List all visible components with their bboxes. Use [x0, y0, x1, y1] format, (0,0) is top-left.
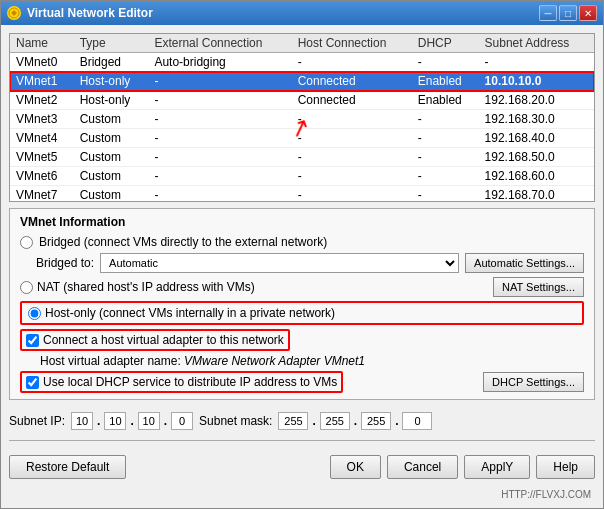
- col-external: External Connection: [148, 34, 291, 53]
- ip-dot-3: .: [164, 414, 167, 428]
- bridged-radio[interactable]: [20, 236, 33, 249]
- minimize-button[interactable]: ─: [539, 5, 557, 21]
- table-cell: 192.168.40.0: [479, 129, 594, 148]
- subnet-row: Subnet IP: . . . Subnet mask: . . .: [9, 412, 595, 430]
- table-row[interactable]: VMnet3Custom---192.168.30.0: [10, 110, 594, 129]
- host-only-radio-row: Host-only (connect VMs internally in a p…: [20, 301, 584, 325]
- nat-label: NAT (shared host's IP address with VMs): [37, 280, 255, 294]
- table-cell: VMnet5: [10, 148, 74, 167]
- host-only-radio[interactable]: [28, 307, 41, 320]
- apply-button[interactable]: ApplY: [464, 455, 530, 479]
- table-cell: Custom: [74, 148, 149, 167]
- table-cell: Custom: [74, 186, 149, 203]
- table-cell: 192.168.70.0: [479, 186, 594, 203]
- table-cell: Connected: [292, 72, 412, 91]
- mask-dot-2: .: [354, 414, 357, 428]
- table-row[interactable]: VMnet5Custom---192.168.50.0: [10, 148, 594, 167]
- app-icon: [7, 6, 21, 20]
- table-cell: Connected: [292, 91, 412, 110]
- connect-adapter-checkbox[interactable]: [26, 334, 39, 347]
- subnet-mask-1[interactable]: [278, 412, 308, 430]
- bridged-to-row: Bridged to: Automatic Automatic Settings…: [36, 253, 584, 273]
- table-cell: 10.10.10.0: [479, 72, 594, 91]
- automatic-settings-button[interactable]: Automatic Settings...: [465, 253, 584, 273]
- table-cell: -: [148, 167, 291, 186]
- table-cell: VMnet1: [10, 72, 74, 91]
- bridged-to-dropdown[interactable]: Automatic: [100, 253, 459, 273]
- table-row[interactable]: VMnet1Host-only-ConnectedEnabled10.10.10…: [10, 72, 594, 91]
- table-row[interactable]: VMnet6Custom---192.168.60.0: [10, 167, 594, 186]
- table-cell: -: [292, 110, 412, 129]
- maximize-button[interactable]: □: [559, 5, 577, 21]
- table-cell: -: [148, 110, 291, 129]
- dhcp-checkbox-group: Use local DHCP service to distribute IP …: [20, 371, 343, 393]
- col-dhcp: DHCP: [412, 34, 479, 53]
- help-button[interactable]: Help: [536, 455, 595, 479]
- title-bar-left: Virtual Network Editor: [7, 6, 153, 20]
- main-content: Name Type External Connection Host Conne…: [1, 25, 603, 508]
- subnet-mask-4[interactable]: [402, 412, 432, 430]
- table-row[interactable]: VMnet0BridgedAuto-bridging---: [10, 53, 594, 72]
- table-cell: VMnet4: [10, 129, 74, 148]
- adapter-name-row: Host virtual adapter name: VMware Networ…: [40, 354, 584, 368]
- ok-button[interactable]: OK: [330, 455, 381, 479]
- table-cell: Custom: [74, 167, 149, 186]
- subnet-mask-2[interactable]: [320, 412, 350, 430]
- network-table-container[interactable]: Name Type External Connection Host Conne…: [9, 33, 595, 202]
- window-controls: ─ □ ✕: [539, 5, 597, 21]
- table-cell: Enabled: [412, 72, 479, 91]
- table-cell: 192.168.20.0: [479, 91, 594, 110]
- subnet-mask-3[interactable]: [361, 412, 391, 430]
- table-cell: -: [148, 91, 291, 110]
- subnet-ip-4[interactable]: [171, 412, 193, 430]
- table-cell: -: [292, 167, 412, 186]
- connect-adapter-checkbox-group: Connect a host virtual adapter to this n…: [20, 329, 290, 351]
- watermark: HTTP://FLVXJ.COM: [9, 489, 595, 500]
- dhcp-checkbox[interactable]: [26, 376, 39, 389]
- nat-settings-button[interactable]: NAT Settings...: [493, 277, 584, 297]
- table-cell: VMnet0: [10, 53, 74, 72]
- table-cell: VMnet3: [10, 110, 74, 129]
- table-row[interactable]: VMnet2Host-only-ConnectedEnabled192.168.…: [10, 91, 594, 110]
- bottom-buttons: Restore Default OK Cancel ApplY Help: [9, 451, 595, 483]
- dhcp-settings-button[interactable]: DHCP Settings...: [483, 372, 584, 392]
- table-cell: -: [292, 148, 412, 167]
- cancel-button[interactable]: Cancel: [387, 455, 458, 479]
- close-button[interactable]: ✕: [579, 5, 597, 21]
- ip-dot-1: .: [97, 414, 100, 428]
- table-cell: 192.168.30.0: [479, 110, 594, 129]
- table-cell: -: [292, 53, 412, 72]
- col-name: Name: [10, 34, 74, 53]
- mask-dot-1: .: [312, 414, 315, 428]
- table-cell: Host-only: [74, 91, 149, 110]
- table-cell: Enabled: [412, 91, 479, 110]
- table-cell: -: [148, 129, 291, 148]
- subnet-ip-label: Subnet IP:: [9, 414, 65, 428]
- col-host: Host Connection: [292, 34, 412, 53]
- table-cell: -: [148, 186, 291, 203]
- subnet-ip-3[interactable]: [138, 412, 160, 430]
- subnet-ip-2[interactable]: [104, 412, 126, 430]
- table-cell: -: [479, 53, 594, 72]
- table-header-row: Name Type External Connection Host Conne…: [10, 34, 594, 53]
- virtual-network-editor-window: Virtual Network Editor ─ □ ✕ Name Type E…: [0, 0, 604, 509]
- table-row[interactable]: VMnet4Custom---192.168.40.0: [10, 129, 594, 148]
- nat-radio[interactable]: [20, 281, 33, 294]
- table-cell: Bridged: [74, 53, 149, 72]
- adapter-name-prefix: Host virtual adapter name:: [40, 354, 184, 368]
- table-cell: Custom: [74, 110, 149, 129]
- dhcp-label: Use local DHCP service to distribute IP …: [43, 375, 337, 389]
- table-cell: -: [412, 110, 479, 129]
- bridged-to-label: Bridged to:: [36, 256, 94, 270]
- table-cell: -: [412, 129, 479, 148]
- vmnet-info-section: VMnet Information Bridged (connect VMs d…: [9, 208, 595, 400]
- host-only-label: Host-only (connect VMs internally in a p…: [45, 306, 335, 320]
- table-cell: VMnet7: [10, 186, 74, 203]
- connect-adapter-label: Connect a host virtual adapter to this n…: [43, 333, 284, 347]
- restore-default-button[interactable]: Restore Default: [9, 455, 126, 479]
- window-title: Virtual Network Editor: [27, 6, 153, 20]
- ip-dot-2: .: [130, 414, 133, 428]
- table-row[interactable]: VMnet7Custom---192.168.70.0: [10, 186, 594, 203]
- network-table: Name Type External Connection Host Conne…: [10, 34, 594, 202]
- subnet-ip-1[interactable]: [71, 412, 93, 430]
